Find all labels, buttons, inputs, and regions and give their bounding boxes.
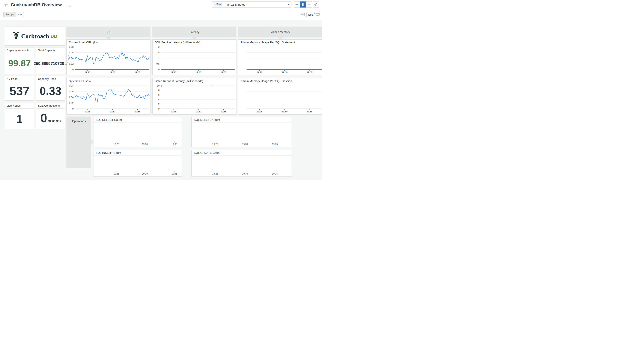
stat-total-capacity[interactable]: Total Capacity 250.6855710720 GB — [36, 47, 65, 74]
chart-plot-sql-delete-count[interactable]: 19:2519:3019:35 — [192, 123, 292, 147]
stat-value: 250.6855710720 — [34, 61, 64, 65]
svg-text:19:25: 19:25 — [85, 110, 90, 113]
svg-text:0.06: 0.06 — [69, 51, 74, 54]
chart-admin-memory-statement: Admin Memory Usage Per SQL Statement 19:… — [238, 39, 322, 75]
svg-text:19:30: 19:30 — [242, 143, 248, 145]
group-label: CPU — [106, 30, 111, 34]
stat-capacity-used[interactable]: Capacity Used 0.33 — [36, 76, 65, 101]
svg-text:19:30: 19:30 — [196, 71, 201, 74]
svg-text:19:25: 19:25 — [212, 143, 218, 145]
group-header-operations[interactable]: Operations — [66, 116, 91, 168]
stat-value: 1 — [16, 113, 23, 124]
chart-plot-admin-memory-session[interactable]: 19:2519:3019:35 — [238, 84, 322, 114]
scope-caret-icon — [20, 14, 22, 15]
svg-text:19:25: 19:25 — [171, 110, 176, 113]
chart-title: SQL DELETE Count — [192, 117, 292, 123]
svg-text:0: 0 — [72, 68, 74, 71]
chart-plot-sql-service-latency[interactable]: 00.511.5219:2519:3019:35 — [153, 45, 236, 75]
svg-text:4: 4 — [158, 98, 160, 101]
stat-label: Capacity Available... — [5, 48, 34, 53]
svg-text:Percent: Percent — [67, 53, 70, 63]
svg-text:19:25: 19:25 — [114, 172, 119, 175]
chart-plot-system-cpu[interactable]: 00.020.040.060.0819:2519:3019:35 — [67, 84, 150, 114]
time-range-select[interactable]: 15m Past 15 Minutes — [212, 1, 292, 7]
stat-capacity-available[interactable]: Capacity Available... 99.87 — [5, 47, 34, 74]
svg-text:19:25: 19:25 — [212, 172, 218, 175]
stat-sql-connections[interactable]: SQL Connections 0 conns — [36, 103, 65, 129]
svg-text:19:35: 19:35 — [172, 172, 177, 175]
time-range-label: Past 15 Minutes — [224, 3, 287, 6]
svg-text:19:35: 19:35 — [172, 143, 177, 145]
pause-button[interactable] — [300, 1, 306, 7]
chart-title: Batch Request Latency (milliseconds) — [153, 78, 236, 84]
chart-title: Admin Memory Usage Per SQL Session — [238, 78, 322, 84]
svg-text:19:35: 19:35 — [272, 143, 278, 145]
svg-text:0.08: 0.08 — [69, 46, 74, 48]
svg-text:19:35: 19:35 — [135, 110, 140, 113]
chart-plot-current-user-cpu[interactable]: 00.020.040.060.0819:2519:3019:35Percent — [67, 45, 150, 75]
chart-title: SQL UPDATE Count — [192, 150, 292, 156]
chart-title: Admin Memory Usage Per SQL Statement — [238, 40, 322, 45]
stat-unit: conns — [48, 118, 61, 124]
scope-value: * — [18, 13, 19, 16]
chart-batch-request-latency: Batch Request Latency (milliseconds) 024… — [152, 78, 236, 115]
svg-text:19:30: 19:30 — [110, 71, 115, 74]
chart-plot-sql-update-count[interactable]: 19:2519:3019:35 — [192, 156, 292, 176]
chart-plot-batch-request-latency[interactable]: 024681019:2519:3019:35 — [153, 84, 236, 114]
page-title: CockroachDB Overview — [11, 2, 62, 7]
time-range-caret-icon — [287, 4, 290, 5]
svg-text:19:25: 19:25 — [257, 110, 262, 113]
chart-title: SQL SELECT Count — [94, 117, 182, 123]
svg-text:1: 1 — [158, 57, 160, 59]
scope-label: $scope — [4, 12, 16, 17]
fast-forward-button[interactable] — [306, 1, 312, 7]
svg-text:19:30: 19:30 — [142, 172, 148, 175]
svg-text:19:35: 19:35 — [220, 71, 226, 74]
group-header-cpu[interactable]: CPU — [66, 26, 150, 37]
slash-separator: / — [314, 13, 314, 16]
svg-text:19:30: 19:30 — [110, 110, 115, 113]
keyboard-shortcuts-icon[interactable] — [301, 13, 305, 17]
group-label: Admin Memory — [271, 30, 290, 34]
favorite-star-icon[interactable]: ☆ — [4, 2, 8, 8]
group-header-admin-memory[interactable]: Admin Memory — [238, 26, 322, 37]
svg-text:0.02: 0.02 — [69, 62, 74, 65]
stat-label: Capacity Used — [36, 76, 65, 82]
zoom-out-button[interactable] — [313, 1, 319, 8]
svg-text:19:30: 19:30 — [242, 172, 248, 175]
group-header-latency[interactable]: Latency — [152, 26, 236, 37]
stat-live-nodes[interactable]: Live Nodes 1 — [5, 103, 34, 129]
stat-value: 0 — [40, 112, 47, 124]
svg-text:19:35: 19:35 — [307, 110, 312, 113]
chart-sql-select-count: SQL SELECT Count 19:2519:3019:35 — [93, 117, 182, 147]
svg-text:19:35: 19:35 — [220, 110, 226, 113]
svg-text:0.5: 0.5 — [156, 62, 160, 65]
stat-kv-pairs[interactable]: KV Pairs 537 — [5, 76, 34, 101]
svg-text:0: 0 — [158, 68, 160, 71]
chart-sql-update-count: SQL UPDATE Count 19:2519:3019:35 — [192, 150, 292, 177]
svg-text:0.02: 0.02 — [69, 102, 74, 104]
dashboard-page: ☆ CockroachDB Overview 15m Past 15 Minut… — [0, 0, 322, 180]
template-variable-scope[interactable]: $scope * — [4, 12, 24, 17]
title-chevron-down-icon[interactable] — [68, 4, 71, 7]
chart-sql-insert-count: SQL INSERT Count 19:2519:3019:35 — [93, 150, 182, 177]
svg-text:10: 10 — [157, 84, 160, 87]
svg-text:0.04: 0.04 — [69, 96, 74, 98]
stat-value: 99.87 — [8, 59, 31, 68]
svg-text:19:25: 19:25 — [171, 71, 176, 74]
svg-text:2: 2 — [158, 46, 160, 48]
svg-text:19:30: 19:30 — [196, 110, 201, 113]
svg-text:0: 0 — [72, 107, 74, 110]
chart-title: System CPU (%) — [67, 78, 150, 84]
chart-title: SQL Service Latency (milliseconds) — [153, 40, 236, 45]
svg-text:0.08: 0.08 — [69, 84, 74, 87]
chart-plot-admin-memory-statement[interactable]: 19:2519:3019:35 — [238, 45, 322, 75]
chart-plot-sql-select-count[interactable]: 19:2519:3019:35 — [94, 123, 182, 147]
svg-text:19:25: 19:25 — [114, 143, 119, 145]
chart-sql-service-latency: SQL Service Latency (milliseconds) 00.51… — [152, 39, 236, 75]
rewind-button[interactable] — [294, 1, 300, 7]
svg-text:19:25: 19:25 — [85, 71, 90, 74]
chart-plot-sql-insert-count[interactable]: 19:2519:3019:35 — [94, 156, 182, 176]
cockroach-bug-icon — [12, 31, 20, 41]
fullscreen-monitor-icon[interactable] — [316, 13, 320, 17]
